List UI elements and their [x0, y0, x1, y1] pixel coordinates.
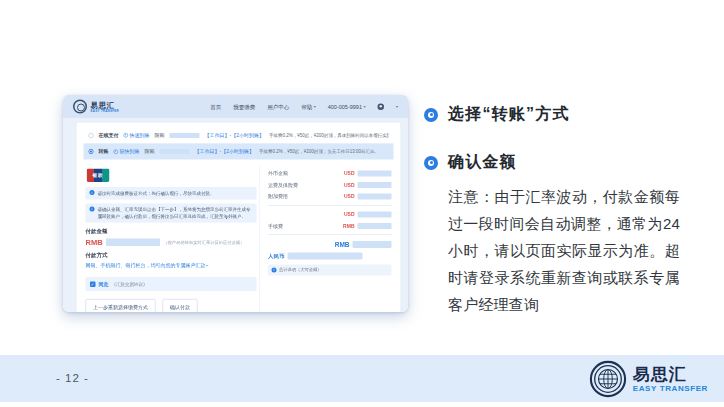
clock-icon	[124, 133, 129, 138]
currency-label-usd: USD	[344, 194, 355, 200]
page-number: - 12 -	[56, 372, 89, 384]
info-icon: i	[90, 190, 95, 195]
option-name: 转账	[99, 148, 109, 155]
currency-label-rmb: RMB	[86, 238, 103, 247]
notice-text: 请按时完成缴费验证方式：先行确认银行，尽快完成付款。	[98, 190, 215, 197]
footer-logo-en: EASY TRANSFER	[633, 384, 708, 393]
method-label: 付款方式	[86, 252, 257, 260]
amount-input[interactable]	[106, 239, 160, 247]
option-name: 在线支付	[99, 132, 119, 139]
app-page: 易思汇 EASY TRANSFER 首页 我要缴费 用户中心 帮助 ▾ 400-…	[63, 95, 408, 312]
unionpay-label: 银联	[87, 172, 110, 179]
option-speed-label: 快速到账	[130, 132, 150, 139]
nav-home[interactable]: 首页	[210, 103, 221, 111]
rmb-total-field	[288, 252, 363, 259]
user-avatar-icon[interactable]	[377, 103, 384, 110]
summary-notice-text: 总计说明（大写金额）	[279, 267, 322, 273]
summary-value-field	[358, 223, 392, 229]
nav-user-center[interactable]: 用户中心	[267, 103, 289, 111]
limit-value-field	[160, 149, 190, 154]
back-button[interactable]: 上一步重新选择缴费方式	[86, 299, 156, 312]
option-speed: 快速到账	[124, 132, 150, 139]
summary-value-field	[353, 241, 392, 248]
currency-label-usd: USD	[344, 171, 355, 177]
notice-text: 请确认金额、汇率无误后点击【下一步】，系统将为您锁定当前汇率并生成专属回款账户，…	[98, 207, 253, 220]
option-speed: 较快到账	[114, 148, 140, 155]
bullet-note: 注意：由于汇率波动，付款金额每过一段时间会自动调整，通常为24小时，请以页面实际…	[448, 183, 680, 318]
radio-selected-icon[interactable]	[89, 149, 94, 154]
app-logo[interactable]: 易思汇 EASY TRANSFER	[73, 100, 119, 114]
chevron-down-icon[interactable]: ▾	[396, 104, 398, 109]
bullet-item-amount: 确认金额	[424, 152, 702, 173]
slide-bullets: 选择“转账”方式 确认金额 注意：由于汇率波动，付款金额每过一段时间会自动调整，…	[424, 104, 702, 318]
agreement-row: ✓ 同意 《汇款交易协议》	[86, 277, 257, 291]
bullet-ring-icon	[424, 108, 438, 122]
summary-label: 运费及保险费	[268, 181, 344, 188]
nav-help-label: 帮助	[301, 103, 312, 111]
option-fee: 手续费0.2%，¥50起，¥200封顶，具体到账时间以各银行实际处理时间为准。	[269, 132, 389, 139]
amount-label: 付款金额	[86, 228, 257, 236]
option-rate: 【工作日】-【2小时到账】	[195, 148, 254, 155]
divider	[268, 235, 392, 236]
easytransfer-globe-icon	[589, 360, 627, 398]
amount-hint: （按产品价格和实时汇率计算的应付金额）	[164, 239, 245, 245]
chevron-down-icon: ▾	[314, 104, 316, 109]
summary-row: USD	[268, 209, 392, 221]
currency-label-usd: USD	[344, 182, 355, 188]
nav-phone-label: 400-005-9991	[328, 104, 362, 110]
summary-row: 附加费用 USD	[268, 191, 392, 203]
nav-pay[interactable]: 我要缴费	[233, 103, 255, 111]
option-speed-label: 较快到账	[120, 148, 140, 155]
summary-label: 外币金额	[268, 170, 344, 177]
payment-option-transfer[interactable]: 转账 较快到账 限额 【工作日】-【2小时到账】 手续费0.2%，¥50起，¥2…	[84, 144, 394, 160]
limit-label: 限额	[155, 132, 165, 139]
app-nav: 首页 我要缴费 用户中心 帮助 ▾ 400-005-9991 ▾ ▾	[210, 103, 398, 111]
rmb-label: 人民币	[268, 252, 285, 260]
option-fee: 手续费0.2%，¥50起，¥200封顶；当天工作日13:00前汇出。	[259, 148, 389, 155]
payment-form: 银联 i 请按时完成缴费验证方式：先行确认银行，尽快完成付款。 i 请确认金额、…	[84, 166, 260, 313]
currency-label-rmb: RMB	[335, 241, 350, 249]
app-logo-cn: 易思汇	[91, 101, 120, 109]
bullet-title: 确认金额	[448, 152, 517, 173]
footer-bar: - 12 - 易思汇 EASY TRANSFER	[0, 355, 724, 402]
info-icon: i	[272, 268, 277, 273]
summary-row: 手续费 RMB	[268, 220, 392, 232]
payment-card: 在线支付 快速到账 限额 【工作日】-【2小时到账】 手续费0.2%，¥50起，…	[76, 122, 401, 312]
notice-box: i 请确认金额、汇率无误后点击【下一步】，系统将为您锁定当前汇率并生成专属回款账…	[86, 204, 257, 223]
payment-option-online[interactable]: 在线支付 快速到账 限额 【工作日】-【2小时到账】 手续费0.2%，¥50起，…	[84, 128, 394, 144]
notice-box: i 请按时完成缴费验证方式：先行确认银行，尽快完成付款。	[86, 187, 257, 200]
method-text: 网银、手机银行、银行柜台，均可向您的专属账户汇款~	[86, 262, 257, 269]
option-rate: 【工作日】-【2小时到账】	[205, 132, 264, 139]
summary-row: 外币金额 USD	[268, 168, 392, 180]
limit-label: 限额	[145, 148, 155, 155]
summary-value-field	[358, 193, 392, 199]
footer-logo: 易思汇 EASY TRANSFER	[589, 360, 708, 398]
nav-phone[interactable]: 400-005-9991 ▾	[328, 104, 366, 110]
bullet-ring-icon	[424, 156, 438, 170]
app-logo-en: EASY TRANSFER	[91, 109, 120, 112]
divider	[268, 205, 392, 206]
limit-value-field	[170, 133, 200, 138]
summary-value-field	[358, 211, 392, 217]
summary-label: 手续费	[268, 222, 343, 229]
clock-icon	[114, 149, 119, 154]
unionpay-logo-icon: 银联	[87, 169, 110, 183]
bullet-item-transfer: 选择“转账”方式	[424, 104, 702, 125]
agreement-link[interactable]: 《汇款交易协议》	[112, 281, 148, 288]
app-header: 易思汇 EASY TRANSFER 首页 我要缴费 用户中心 帮助 ▾ 400-…	[63, 95, 408, 118]
nav-help[interactable]: 帮助 ▾	[301, 103, 316, 111]
bullet-title: 选择“转账”方式	[448, 104, 570, 125]
checkbox-checked-icon[interactable]: ✓	[90, 281, 96, 287]
footer-logo-cn: 易思汇	[633, 366, 708, 384]
summary-notice: i 总计说明（大写金额）	[268, 265, 392, 276]
confirm-pay-button[interactable]: 确认付款	[163, 299, 198, 312]
radio-unselected-icon[interactable]	[89, 133, 94, 138]
amount-summary: 外币金额 USD 运费及保险费 USD 附加费用 USD	[260, 166, 394, 313]
info-icon: i	[90, 207, 95, 212]
currency-label-rmb: RMB	[343, 223, 354, 229]
summary-label: 附加费用	[268, 193, 344, 200]
currency-label-usd: USD	[344, 212, 355, 218]
chevron-down-icon: ▾	[363, 104, 365, 109]
app-screenshot: 易思汇 EASY TRANSFER 首页 我要缴费 用户中心 帮助 ▾ 400-…	[63, 95, 408, 312]
rmb-total-row: 人民币	[268, 252, 392, 260]
